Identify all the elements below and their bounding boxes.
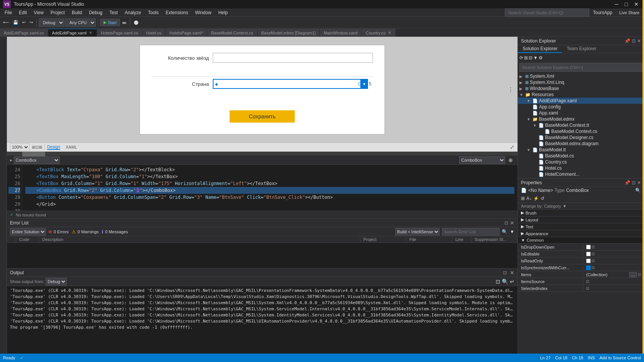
expand-icon[interactable]: ▼ (527, 99, 531, 103)
liveshare-btn[interactable]: Live Share (616, 10, 642, 15)
expand-icon[interactable]: ▶ (519, 87, 524, 91)
resize-handle-right[interactable]: ⋮ (508, 86, 514, 93)
output-close-icon[interactable]: ✕ (510, 270, 514, 276)
tab-hotelspage-xaml[interactable]: HotelsPage.xaml* (166, 29, 207, 36)
debug-mode-dropdown[interactable]: Debug (39, 18, 64, 27)
output-source-select[interactable]: Debug (46, 278, 67, 285)
design-tab[interactable]: Design (47, 144, 60, 150)
menu-view[interactable]: View (31, 9, 47, 16)
expand-icon[interactable]: ▶ (519, 74, 524, 79)
menu-build[interactable]: Build (69, 9, 85, 16)
tree-item-edmx-diagram[interactable]: 📄 BaseModel.edmx.diagram (518, 141, 644, 147)
tab-basemodel-context-cs[interactable]: BaseModel.Context.cs (207, 29, 257, 36)
prop-val-iseditable[interactable]: ⊡ (583, 251, 644, 257)
appearance-expand[interactable]: ▶ (521, 231, 524, 236)
prop-val-items[interactable]: (Collection) … ⊡ (583, 272, 644, 278)
prop-edit-icon-3[interactable]: ⊡ (591, 265, 595, 270)
solution-search-input[interactable] (519, 63, 642, 72)
tree-item-hotelcomment[interactable]: 📄 HotelComment... (518, 171, 644, 177)
sol-settings-btn[interactable]: ⚙ (539, 55, 543, 61)
solution-tab-team[interactable]: Team Explorer (562, 45, 601, 53)
tree-item-basemodel-cs[interactable]: 📄 BaseModel.cs (518, 153, 644, 159)
expand-icon[interactable]: ▼ (533, 123, 537, 128)
menu-file[interactable]: File (2, 9, 15, 16)
toolbar-back[interactable]: ⟵ (2, 19, 11, 26)
sol-expand-btn[interactable]: ⊞ (524, 55, 528, 61)
combobox-country[interactable]: ◆ ◆ ▼ (213, 79, 367, 89)
text-expand[interactable]: ▶ (521, 224, 524, 229)
tree-item-system-xml[interactable]: ▶ ⊞ System.Xml (518, 73, 644, 79)
output-wordwrap-btn[interactable]: ↵ (510, 278, 514, 285)
menu-debug[interactable]: Debug (86, 9, 105, 16)
toolbar-undo[interactable]: ↩ (21, 19, 27, 26)
error-search-icon[interactable]: 🔍 (502, 229, 508, 234)
prop-val-selectedindex[interactable]: ⊡ (583, 286, 644, 291)
output-find-btn[interactable]: 🔍 (502, 278, 508, 285)
tab-hotelspage-cs[interactable]: HotelsPage.xaml.cs (97, 29, 142, 36)
tab-close-country-icon[interactable]: ✕ (387, 31, 392, 35)
common-expand[interactable]: ▼ (521, 238, 525, 242)
toolbar-step-over[interactable]: ⏭ (121, 20, 128, 26)
tree-item-system-xml-linq[interactable]: ▶ ⊞ System.Xml.Linq (518, 79, 644, 85)
tree-item-designer-cs[interactable]: 📄 BaseModel.Designer.cs (518, 134, 644, 141)
output-float-icon[interactable]: ⊡ (503, 270, 507, 275)
menu-help[interactable]: Help (215, 9, 231, 16)
error-scope-select[interactable]: Entire Solution (10, 228, 46, 236)
error-search-input[interactable] (442, 228, 499, 236)
prop-category-btn[interactable]: ⊞ (521, 196, 525, 201)
sol-close-icon[interactable]: ✕ (637, 38, 641, 44)
tab-mainwindow-xaml[interactable]: MainWindow.xaml (320, 29, 362, 36)
design-expand-icon[interactable]: ⤢ (510, 144, 514, 150)
menu-analyze[interactable]: Analyze (122, 9, 144, 16)
tab-addeditpage-xaml[interactable]: AddEditPage.xaml ✕ (48, 29, 97, 36)
tree-item-resources[interactable]: ▼ 📁 Resources (518, 92, 644, 98)
member-dropdown[interactable]: ComboBox (459, 156, 505, 164)
prop-float-icon[interactable]: ⊡ (632, 180, 636, 185)
prop-alpha-btn[interactable]: A↓ (526, 196, 532, 201)
prop-search-btn[interactable]: 🔍 (635, 188, 641, 193)
layout-expand[interactable]: ▶ (521, 217, 524, 222)
grid-icons[interactable]: ⊞⊡⊞ (32, 145, 42, 150)
status-add-source[interactable]: Add to Source Control (600, 355, 641, 360)
xaml-tab[interactable]: XAML (62, 145, 77, 149)
prop-edit-icon-1[interactable]: ⊡ (591, 252, 595, 256)
prop-val-isreadonly[interactable]: ⊡ (583, 258, 644, 264)
prop-checkbox-iseditable[interactable] (586, 252, 591, 256)
expand-icon[interactable]: ▼ (527, 148, 531, 152)
tree-item-basemodel-tt[interactable]: ▼ 📄 BaseModel.tt (518, 147, 644, 153)
tree-item-hotel-cs[interactable]: 📄 Hotel.cs (518, 165, 644, 171)
output-clear-btn[interactable]: ⊡ (496, 278, 500, 285)
combo-dropdown-btn[interactable]: ▼ (360, 79, 368, 89)
prop-val-isdropdownopen[interactable]: ⊡ (583, 244, 644, 250)
toolbar-redo[interactable]: ↪ (28, 19, 34, 26)
menu-window[interactable]: Window (192, 9, 215, 16)
items-edit-btn[interactable]: … (629, 272, 637, 277)
code-expand-btn[interactable]: ⊕ (507, 157, 514, 163)
sol-sync-btn[interactable]: ⟳ (519, 55, 523, 61)
sol-float-icon[interactable]: ⊡ (632, 38, 636, 44)
expand-icon[interactable]: ▶ (519, 80, 524, 85)
menu-tools[interactable]: Tools (145, 9, 162, 16)
prop-pin-icon[interactable]: 📌 (624, 180, 630, 185)
prop-checkbox-issync[interactable] (586, 265, 591, 270)
menu-project[interactable]: Project (48, 9, 68, 16)
element-type-dropdown[interactable]: ComboBox (14, 156, 60, 164)
prop-edit-icon-6[interactable]: ⊡ (586, 286, 589, 290)
tab-country-cs[interactable]: Country.cs ✕ (362, 29, 396, 36)
tree-item-app-xaml[interactable]: 📄 App.xaml (518, 110, 644, 116)
tree-item-basemodel-edmx[interactable]: ▼ 📁 BaseModel.edmx (518, 116, 644, 122)
tree-item-addeditpage-xaml[interactable]: ▼ 📄 AddEditPage.xaml (518, 98, 644, 104)
menu-extensions[interactable]: Extensions (163, 9, 191, 16)
prop-close-icon[interactable]: ✕ (637, 180, 641, 185)
tab-basemodel-edmx[interactable]: BaseModel.edmx [Diagram1] (258, 29, 320, 36)
minimize-button[interactable]: ─ (613, 0, 621, 8)
maximize-button[interactable]: □ (623, 0, 630, 8)
menu-test[interactable]: Test (106, 9, 121, 16)
solution-tab-explorer[interactable]: Solution Explorer (518, 45, 562, 53)
vs-search-input[interactable] (505, 8, 589, 17)
build-mode-select[interactable]: Build + IntelliSense (395, 228, 440, 236)
design-h-scrollbar[interactable] (7, 152, 518, 156)
prop-section-common[interactable]: ▼ Common (518, 237, 644, 244)
code-lines[interactable]: <TextBlock Text="Страна" Grid.Row="2"></… (22, 165, 518, 211)
close-button[interactable]: ✕ (632, 0, 641, 8)
